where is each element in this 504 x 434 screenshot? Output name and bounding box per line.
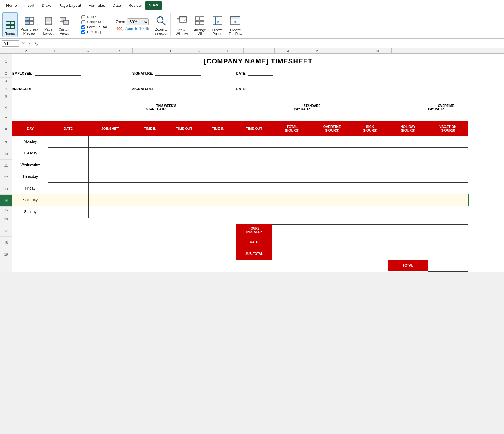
friday-time-in-2[interactable] <box>200 182 236 194</box>
cell-reference[interactable]: Y14 <box>2 40 19 47</box>
subtotal-sick[interactable] <box>352 248 388 260</box>
new-window-button[interactable]: New Window <box>173 12 191 37</box>
freeze-panes-button[interactable]: ❄ Freeze Panes <box>209 12 225 37</box>
tuesday-vacation[interactable] <box>428 147 468 159</box>
total-value[interactable] <box>428 260 468 271</box>
sunday-overtime[interactable] <box>312 206 352 218</box>
zoom-to-100-button[interactable]: 100 Zoom to 100% <box>116 27 149 31</box>
thursday-time-out-2[interactable] <box>236 171 272 182</box>
thursday-day[interactable]: Thursday <box>12 171 48 182</box>
headings-checkbox[interactable] <box>81 30 85 34</box>
insert-function-button[interactable]: fx <box>34 40 39 46</box>
hours-this-week-overtime[interactable] <box>312 224 352 236</box>
custom-views-button[interactable]: Custom Views <box>56 12 72 37</box>
wednesday-total[interactable] <box>272 159 312 171</box>
saturday-time-in-2[interactable] <box>200 194 236 206</box>
gridlines-checkbox[interactable] <box>81 20 85 24</box>
menu-item-page-layout[interactable]: Page Layout <box>55 1 85 10</box>
freeze-top-row-button[interactable]: ❄ Freeze Top Row <box>226 12 245 37</box>
hours-this-week-sick[interactable] <box>352 224 388 236</box>
monday-total[interactable] <box>272 136 312 147</box>
thursday-overtime[interactable] <box>312 171 352 182</box>
saturday-day[interactable]: Saturday <box>12 194 48 206</box>
wednesday-time-out-2[interactable] <box>236 159 272 171</box>
monday-overtime[interactable] <box>312 136 352 147</box>
cancel-formula-button[interactable]: ✕ <box>21 41 26 46</box>
rate-holiday[interactable] <box>388 236 428 248</box>
rate-overtime[interactable] <box>312 236 352 248</box>
monday-date[interactable] <box>48 136 89 147</box>
saturday-time-out-1[interactable] <box>168 194 200 206</box>
subtotal-overtime[interactable] <box>312 248 352 260</box>
col-e-header[interactable]: E <box>133 48 157 53</box>
monday-holiday[interactable] <box>388 136 428 147</box>
wednesday-date[interactable] <box>48 159 89 171</box>
col-c-header[interactable]: C <box>71 48 105 53</box>
friday-time-out-1[interactable] <box>168 182 200 194</box>
sunday-job-shift[interactable] <box>88 206 132 218</box>
monday-vacation[interactable] <box>428 136 468 147</box>
friday-sick[interactable] <box>352 182 388 194</box>
monday-job-shift[interactable] <box>88 136 132 147</box>
subtotal-total[interactable] <box>272 248 312 260</box>
sunday-sick[interactable] <box>352 206 388 218</box>
col-k-header[interactable]: K <box>302 48 333 53</box>
friday-holiday[interactable] <box>388 182 428 194</box>
tuesday-job-shift[interactable] <box>88 147 132 159</box>
col-b-header[interactable]: B <box>40 48 71 53</box>
arrange-all-button[interactable]: Arrange All <box>191 12 209 37</box>
col-h-header[interactable]: H <box>213 48 244 53</box>
saturday-vacation[interactable] <box>428 194 468 206</box>
normal-view-button[interactable]: Normal <box>2 12 18 37</box>
subtotal-vacation[interactable] <box>428 248 468 260</box>
tuesday-date[interactable] <box>48 147 89 159</box>
saturday-holiday[interactable] <box>388 194 428 206</box>
page-break-preview-button[interactable]: Page Break Preview <box>18 12 40 37</box>
sunday-time-in-2[interactable] <box>200 206 236 218</box>
formula-input[interactable] <box>41 40 502 46</box>
thursday-total[interactable] <box>272 171 312 182</box>
sunday-time-in-1[interactable] <box>132 206 168 218</box>
col-f-header[interactable]: F <box>157 48 185 53</box>
saturday-total[interactable] <box>272 194 312 206</box>
wednesday-holiday[interactable] <box>388 159 428 171</box>
col-i-header[interactable]: I <box>244 48 275 53</box>
col-l-header[interactable]: L <box>333 48 364 53</box>
menu-item-view[interactable]: View <box>145 1 162 10</box>
tuesday-time-in-1[interactable] <box>132 147 168 159</box>
wednesday-time-out-1[interactable] <box>168 159 200 171</box>
rate-sick[interactable] <box>352 236 388 248</box>
confirm-formula-button[interactable]: ✓ <box>27 41 33 46</box>
friday-vacation[interactable] <box>428 182 468 194</box>
saturday-time-in-1[interactable] <box>132 194 168 206</box>
ruler-checkbox[interactable] <box>81 15 85 19</box>
wednesday-time-in-1[interactable] <box>132 159 168 171</box>
thursday-holiday[interactable] <box>388 171 428 182</box>
saturday-sick[interactable] <box>352 194 388 206</box>
hours-this-week-total[interactable] <box>272 224 312 236</box>
monday-sick[interactable] <box>352 136 388 147</box>
sunday-time-out-2[interactable] <box>236 206 272 218</box>
wednesday-time-in-2[interactable] <box>200 159 236 171</box>
wednesday-day[interactable]: Wednesday <box>12 159 48 171</box>
tuesday-total[interactable] <box>272 147 312 159</box>
sunday-vacation[interactable] <box>428 206 468 218</box>
wednesday-job-shift[interactable] <box>88 159 132 171</box>
menu-item-review[interactable]: Review <box>125 1 145 10</box>
menu-item-formulas[interactable]: Formulas <box>85 1 109 10</box>
thursday-time-out-1[interactable] <box>168 171 200 182</box>
subtotal-holiday[interactable] <box>388 248 428 260</box>
tuesday-time-out-2[interactable] <box>236 147 272 159</box>
page-layout-button[interactable]: Page Layout <box>41 12 56 37</box>
friday-time-in-1[interactable] <box>132 182 168 194</box>
hours-this-week-vacation[interactable] <box>428 224 468 236</box>
friday-date[interactable] <box>48 182 89 194</box>
menu-item-data[interactable]: Data <box>109 1 125 10</box>
saturday-time-out-2[interactable] <box>236 194 272 206</box>
saturday-overtime[interactable] <box>312 194 352 206</box>
tuesday-sick[interactable] <box>352 147 388 159</box>
sunday-time-out-1[interactable] <box>168 206 200 218</box>
friday-job-shift[interactable] <box>88 182 132 194</box>
sunday-date[interactable] <box>48 206 89 218</box>
tuesday-holiday[interactable] <box>388 147 428 159</box>
